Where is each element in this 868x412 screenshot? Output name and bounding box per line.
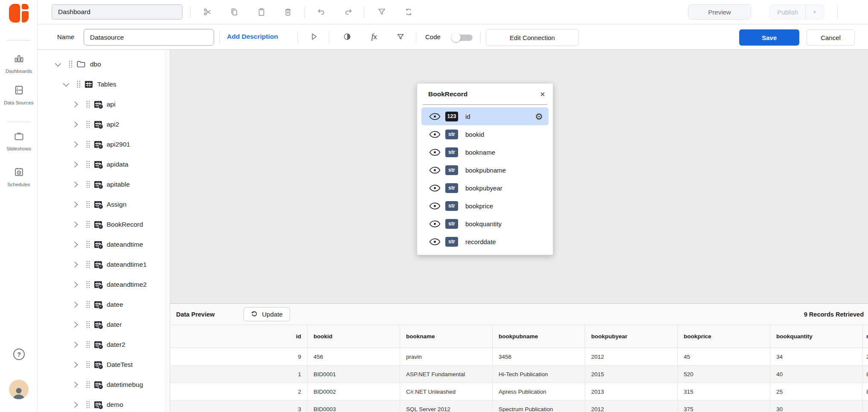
run-query-button[interactable] <box>306 29 322 44</box>
chevron-icon[interactable] <box>72 101 78 107</box>
tree-item[interactable]: dateandtime <box>38 234 170 254</box>
sidebar-item-data-sources[interactable]: Data Sources <box>0 84 38 105</box>
eye-icon[interactable] <box>429 202 441 210</box>
drag-handle-icon[interactable] <box>86 181 90 188</box>
drag-handle-icon[interactable] <box>77 81 81 88</box>
chevron-icon[interactable] <box>72 221 78 227</box>
field-row[interactable]: str bookprice ⚙ <box>421 197 549 215</box>
code-toggle[interactable] <box>451 33 476 42</box>
chevron-icon[interactable] <box>72 381 78 387</box>
chevron-icon[interactable] <box>72 361 78 367</box>
eye-icon[interactable] <box>429 149 441 156</box>
field-row[interactable]: str bookpubname ⚙ <box>421 161 549 179</box>
chevron-icon[interactable] <box>72 141 78 147</box>
close-icon[interactable]: × <box>540 90 545 98</box>
field-row[interactable]: 123 id ⚙ <box>421 107 549 125</box>
chevron-icon[interactable] <box>72 241 78 247</box>
drag-handle-icon[interactable] <box>86 121 90 128</box>
paste-button[interactable] <box>254 5 269 19</box>
tree-item[interactable]: apitable <box>38 174 170 194</box>
tree-item[interactable]: api2 <box>38 114 170 134</box>
add-description-link[interactable]: Add Description <box>227 33 278 40</box>
drag-handle-icon[interactable] <box>86 401 90 408</box>
eye-icon[interactable] <box>429 184 441 192</box>
datasource-name-input[interactable] <box>84 29 214 46</box>
eye-icon[interactable] <box>429 167 441 174</box>
preview-button[interactable]: Preview <box>688 4 751 20</box>
drag-handle-icon[interactable] <box>86 261 90 268</box>
drag-handle-icon[interactable] <box>86 361 90 368</box>
dashboard-name-input[interactable] <box>52 4 183 20</box>
field-row[interactable]: str bookid ⚙ <box>421 125 549 143</box>
tree-item[interactable]: BookRecord <box>38 214 170 234</box>
chevron-icon[interactable] <box>72 401 78 407</box>
cancel-button[interactable]: Cancel <box>807 29 855 46</box>
cut-button[interactable] <box>200 5 215 19</box>
app-logo[interactable] <box>9 3 29 23</box>
tree-item[interactable]: Assign <box>38 194 170 214</box>
filter-data-button[interactable] <box>393 29 408 44</box>
tree-item[interactable]: DateTest <box>38 354 170 375</box>
chevron-icon[interactable] <box>72 341 78 347</box>
drag-handle-icon[interactable] <box>86 281 90 288</box>
refresh-button[interactable] <box>401 5 416 19</box>
eye-icon[interactable] <box>429 220 441 228</box>
chevron-icon[interactable] <box>72 321 78 327</box>
drag-handle-icon[interactable] <box>86 221 90 228</box>
field-row[interactable]: str recorddate ⚙ <box>421 233 549 251</box>
drag-handle-icon[interactable] <box>86 241 90 248</box>
preview-toggle-button[interactable] <box>340 29 355 44</box>
chevron-icon[interactable] <box>72 181 78 187</box>
update-button[interactable]: Update <box>244 307 290 321</box>
drag-handle-icon[interactable] <box>86 321 90 328</box>
field-row[interactable]: str bookquantity ⚙ <box>421 215 549 233</box>
filter-button[interactable] <box>374 5 389 19</box>
chevron-icon[interactable] <box>72 261 78 267</box>
eye-icon[interactable] <box>429 238 441 245</box>
delete-button[interactable] <box>281 5 295 19</box>
tree-item[interactable]: api2901 <box>38 134 170 154</box>
drag-handle-icon[interactable] <box>69 61 73 68</box>
tree-item[interactable]: Tables <box>38 74 170 94</box>
tree-item[interactable]: dateandtime2 <box>38 274 170 294</box>
chevron-icon[interactable] <box>55 60 61 66</box>
redo-button[interactable] <box>341 5 356 19</box>
publish-button[interactable]: Publish <box>769 4 805 20</box>
chevron-icon[interactable] <box>72 301 78 307</box>
tree-item[interactable]: dbo <box>38 54 170 74</box>
drag-handle-icon[interactable] <box>86 161 90 168</box>
chevron-icon[interactable] <box>72 121 78 127</box>
copy-button[interactable] <box>227 5 241 19</box>
save-button[interactable]: Save <box>739 29 799 46</box>
tree-item[interactable]: api <box>38 94 170 114</box>
chevron-icon[interactable] <box>63 80 69 86</box>
tree-item[interactable]: dater2 <box>38 334 170 354</box>
avatar[interactable] <box>9 380 29 399</box>
undo-button[interactable] <box>314 5 328 19</box>
sidebar-item-dashboards[interactable]: Dashboards <box>0 53 38 74</box>
field-row[interactable]: str bookpubyear ⚙ <box>421 179 549 197</box>
field-row[interactable]: str bookname ⚙ <box>421 143 549 161</box>
drag-handle-icon[interactable] <box>86 201 90 208</box>
publish-dropdown-button[interactable]: ▾ <box>805 4 824 20</box>
tree-item[interactable]: datee <box>38 294 170 314</box>
tree-item[interactable]: apidata <box>38 154 170 174</box>
gear-icon[interactable]: ⚙ <box>535 112 543 121</box>
eye-icon[interactable] <box>429 131 441 138</box>
expression-button[interactable]: fx <box>366 29 382 44</box>
sidebar-item-schedules[interactable]: Schedules <box>0 166 38 187</box>
chevron-icon[interactable] <box>72 281 78 287</box>
drag-handle-icon[interactable] <box>86 341 90 348</box>
eye-icon[interactable] <box>429 113 441 120</box>
tree-item[interactable]: demo <box>38 395 170 412</box>
help-button[interactable]: ? <box>13 349 25 360</box>
tree-item[interactable]: datetimebug <box>38 375 170 395</box>
drag-handle-icon[interactable] <box>86 141 90 148</box>
chevron-icon[interactable] <box>72 201 78 207</box>
drag-handle-icon[interactable] <box>86 101 90 108</box>
drag-handle-icon[interactable] <box>86 381 90 388</box>
tree-scrollbar[interactable] <box>166 50 170 412</box>
edit-connection-button[interactable]: Edit Connection <box>486 29 579 46</box>
sidebar-item-slideshows[interactable]: Slideshows <box>0 130 38 151</box>
drag-handle-icon[interactable] <box>86 301 90 308</box>
